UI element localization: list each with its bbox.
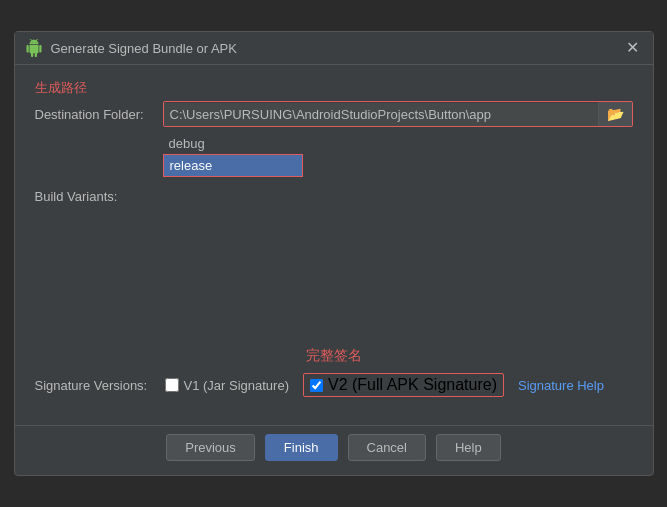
v2-checkbox[interactable] bbox=[310, 379, 323, 392]
browse-folder-button[interactable]: 📂 bbox=[598, 102, 632, 126]
close-button[interactable]: ✕ bbox=[622, 38, 643, 58]
debug-option[interactable]: debug bbox=[163, 133, 633, 154]
signature-versions-group: V1 (Jar Signature) V2 (Full APK Signatur… bbox=[165, 373, 604, 397]
v2-label[interactable]: V2 (Full APK Signature) bbox=[328, 376, 497, 394]
build-variants-section: Build Variants: bbox=[35, 187, 633, 337]
help-button[interactable]: Help bbox=[436, 434, 501, 461]
cancel-button[interactable]: Cancel bbox=[348, 434, 426, 461]
chinese-label-bottom: 完整签名 bbox=[35, 347, 633, 365]
dialog-window: Generate Signed Bundle or APK ✕ 生成路径 Des… bbox=[14, 31, 654, 476]
signature-versions-row: Signature Versions: V1 (Jar Signature) V… bbox=[35, 373, 633, 397]
release-option[interactable]: release bbox=[163, 154, 303, 177]
build-type-section: debug release bbox=[163, 133, 633, 177]
dialog-title: Generate Signed Bundle or APK bbox=[51, 41, 237, 56]
destination-row: Destination Folder: 📂 bbox=[35, 101, 633, 127]
v1-label[interactable]: V1 (Jar Signature) bbox=[184, 378, 290, 393]
v1-checkbox-item: V1 (Jar Signature) bbox=[165, 378, 290, 393]
dialog-footer: Previous Finish Cancel Help bbox=[15, 425, 653, 475]
title-bar-left: Generate Signed Bundle or APK bbox=[25, 39, 237, 57]
signature-help-link[interactable]: Signature Help bbox=[518, 378, 604, 393]
previous-button[interactable]: Previous bbox=[166, 434, 255, 461]
destination-input-wrapper: 📂 bbox=[163, 101, 633, 127]
v2-wrapper: V2 (Full APK Signature) bbox=[303, 373, 504, 397]
signature-versions-label: Signature Versions: bbox=[35, 378, 155, 393]
destination-input[interactable] bbox=[164, 103, 598, 126]
dialog-content: 生成路径 Destination Folder: 📂 debug release… bbox=[15, 65, 653, 425]
android-icon bbox=[25, 39, 43, 57]
build-variants-label: Build Variants: bbox=[35, 187, 155, 204]
finish-button[interactable]: Finish bbox=[265, 434, 338, 461]
v1-checkbox[interactable] bbox=[165, 378, 179, 392]
chinese-label-top: 生成路径 bbox=[35, 79, 633, 97]
destination-label: Destination Folder: bbox=[35, 107, 155, 122]
title-bar: Generate Signed Bundle or APK ✕ bbox=[15, 32, 653, 65]
folder-icon: 📂 bbox=[607, 106, 624, 122]
